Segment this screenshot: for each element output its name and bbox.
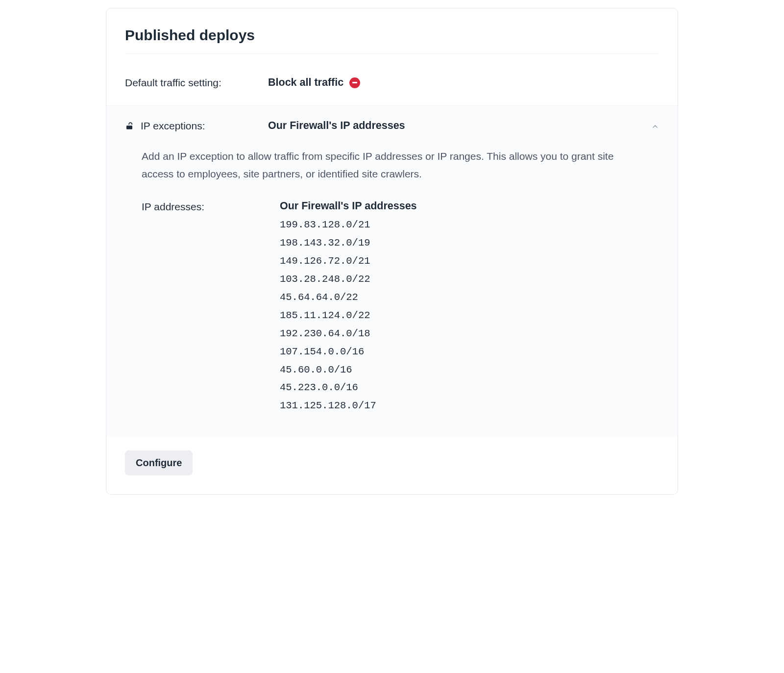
ip-address-item: 192.230.64.0/18: [280, 325, 659, 343]
default-traffic-value: Block all traffic: [268, 76, 360, 89]
ip-address-item: 198.143.32.0/19: [280, 234, 659, 252]
ip-exceptions-header[interactable]: IP exceptions: Our Firewall's IP address…: [125, 120, 659, 132]
ip-exceptions-left: IP exceptions:: [125, 120, 268, 132]
unlock-icon: [125, 122, 134, 130]
configure-button[interactable]: Configure: [125, 450, 193, 475]
ip-exceptions-description: Add an IP exception to allow traffic fro…: [142, 148, 622, 182]
svg-rect-0: [126, 125, 132, 129]
ip-addresses-title: Our Firewall's IP addresses: [280, 200, 659, 212]
ip-address-item: 199.83.128.0/21: [280, 216, 659, 234]
ip-addresses-content: Our Firewall's IP addresses 199.83.128.0…: [280, 200, 659, 415]
default-traffic-text: Block all traffic: [268, 76, 343, 89]
ip-exceptions-label: IP exceptions:: [141, 120, 205, 132]
ip-exceptions-section: IP exceptions: Our Firewall's IP address…: [106, 105, 678, 437]
default-traffic-label: Default traffic setting:: [125, 77, 268, 89]
ip-addresses-block: IP addresses: Our Firewall's IP addresse…: [142, 200, 659, 415]
ip-address-item: 107.154.0.0/16: [280, 343, 659, 361]
ip-address-item: 131.125.128.0/17: [280, 397, 659, 415]
card-footer: Configure: [106, 437, 678, 494]
published-deploys-card: Published deploys Default traffic settin…: [106, 8, 678, 495]
ip-address-item: 149.126.72.0/21: [280, 252, 659, 271]
ip-addresses-list: 199.83.128.0/21198.143.32.0/19149.126.72…: [280, 216, 659, 415]
ip-addresses-label: IP addresses:: [142, 200, 280, 213]
chevron-up-icon[interactable]: [651, 123, 659, 132]
card-title: Published deploys: [125, 27, 659, 44]
block-icon: [349, 77, 360, 88]
default-traffic-row: Default traffic setting: Block all traff…: [106, 54, 678, 105]
ip-address-item: 45.60.0.0/16: [280, 361, 659, 379]
ip-address-item: 103.28.248.0/22: [280, 271, 659, 289]
ip-address-item: 185.11.124.0/22: [280, 307, 659, 325]
ip-address-item: 45.223.0.0/16: [280, 379, 659, 397]
ip-address-item: 45.64.64.0/22: [280, 289, 659, 307]
card-header: Published deploys: [106, 8, 678, 53]
ip-exceptions-value: Our Firewall's IP addresses: [268, 120, 405, 132]
